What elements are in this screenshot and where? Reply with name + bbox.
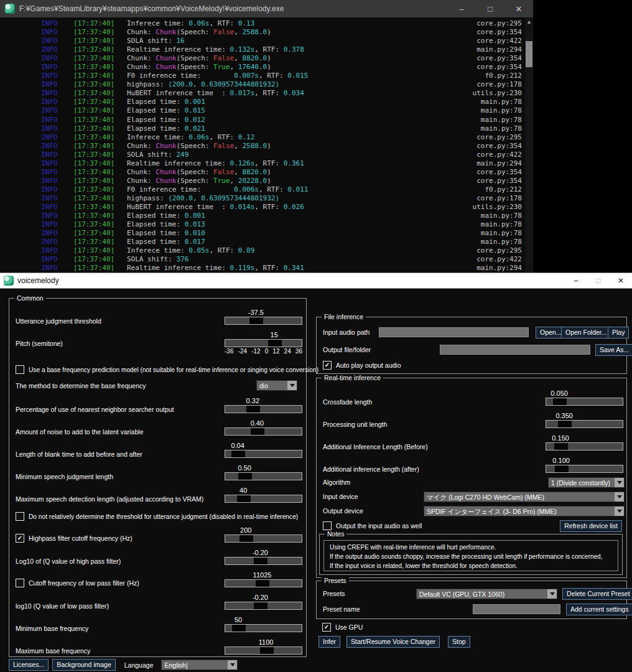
slider[interactable]: 50 <box>225 616 302 632</box>
use-gpu-checkbox[interactable]: ✓ <box>322 623 331 632</box>
slider-thumb[interactable] <box>231 450 245 457</box>
input-audio-path-field[interactable] <box>379 327 529 337</box>
checkbox[interactable] <box>16 512 24 521</box>
play-button[interactable]: Play <box>608 327 629 338</box>
slider[interactable]: 0.40 <box>225 419 302 436</box>
chevron-down-icon[interactable] <box>228 660 237 670</box>
slider-thumb[interactable] <box>553 398 567 405</box>
slider-track[interactable] <box>225 427 302 436</box>
output-device-dropdown[interactable]: SPDIF インターフェイス (3- D6 Pro) (MME) <box>424 506 625 516</box>
console-scrollbar[interactable]: ▲ <box>525 17 533 273</box>
slider-thumb[interactable] <box>555 465 569 472</box>
chevron-down-icon[interactable] <box>287 381 297 390</box>
slider-thumb[interactable] <box>232 625 246 632</box>
slider-thumb[interactable] <box>260 647 274 654</box>
checkbox[interactable]: ✓ <box>16 534 24 543</box>
slider-thumb[interactable] <box>249 317 263 324</box>
start-resume-voice-changer-button[interactable]: Start/Resume Voice Changer <box>346 636 440 648</box>
slider[interactable]: 0.04 <box>225 442 302 458</box>
slider[interactable]: -37.5 <box>225 309 302 325</box>
maximize-button[interactable]: □ <box>476 0 504 17</box>
scroll-up-icon[interactable]: ▲ <box>525 17 533 26</box>
slider-track[interactable] <box>225 339 302 347</box>
slider[interactable]: 1100 <box>225 638 302 655</box>
slider[interactable]: 0.050 <box>546 390 623 406</box>
slider-thumb[interactable] <box>251 428 264 435</box>
preset-value: Default VC (GPU, GTX 1060) <box>417 589 547 599</box>
slider[interactable]: 0.100 <box>546 457 623 473</box>
slider-track[interactable] <box>546 398 623 406</box>
maximize-button[interactable]: □ <box>587 273 610 288</box>
infer-button[interactable]: Infer <box>318 636 340 648</box>
slider[interactable]: 0.32 <box>225 397 302 413</box>
slider[interactable]: 200 <box>225 526 302 543</box>
slider-track[interactable] <box>225 602 302 610</box>
input-device-dropdown[interactable]: マイク (Logi C270 HD WebCam) (MME) <box>424 492 625 502</box>
slider-track[interactable] <box>225 624 302 632</box>
slider-thumb[interactable] <box>246 406 260 413</box>
log-segment: , RTF: <box>259 185 287 194</box>
base-frequency-method-dropdown[interactable]: dio <box>256 380 297 391</box>
open-folder-button[interactable]: Open Folder... <box>561 327 611 338</box>
output-file-folder-field[interactable] <box>440 345 590 355</box>
slider[interactable]: 0.150 <box>546 434 623 450</box>
delete-current-preset-button[interactable]: Delete Current Preset <box>562 588 632 600</box>
chevron-down-icon[interactable] <box>615 492 624 502</box>
slider-track[interactable] <box>225 646 302 655</box>
slider-track[interactable] <box>225 405 302 413</box>
log-source-ref: core.py:354 <box>476 177 525 185</box>
slider-track[interactable] <box>546 420 623 428</box>
minimize-button[interactable]: – <box>565 273 587 288</box>
mirror-input-checkbox[interactable] <box>323 521 332 530</box>
log-segment: Chunk: <box>127 63 156 71</box>
slider-track[interactable] <box>225 450 302 458</box>
slider-track[interactable] <box>225 472 302 480</box>
slider[interactable]: 40 <box>225 487 302 503</box>
slider-track[interactable] <box>225 579 302 587</box>
log-segment: True <box>213 177 230 185</box>
algorithm-dropdown[interactable]: 1 (Divide constantly) <box>548 477 625 488</box>
minimize-button[interactable]: – <box>447 0 476 17</box>
slider-thumb[interactable] <box>256 580 269 587</box>
slider-track[interactable] <box>546 465 623 473</box>
slider-thumb[interactable] <box>254 558 267 564</box>
slider-track[interactable] <box>546 442 623 450</box>
slider-track[interactable] <box>225 557 302 565</box>
add-current-settings-button[interactable]: Add current settings <box>566 604 632 615</box>
refresh-device-list-button[interactable]: Refresh device list <box>560 520 622 532</box>
licenses-button[interactable]: Licenses... <box>9 659 49 671</box>
background-image-button[interactable]: Background image <box>52 659 116 671</box>
scrollbar-thumb[interactable] <box>526 41 532 67</box>
chevron-down-icon[interactable] <box>615 506 624 516</box>
slider-track[interactable] <box>225 495 302 503</box>
language-dropdown[interactable]: English <box>161 660 238 670</box>
slider[interactable]: -0.20 <box>225 594 302 610</box>
slider[interactable]: -0.20 <box>225 549 302 565</box>
checkbox[interactable] <box>16 365 24 374</box>
slider-thumb[interactable] <box>254 602 267 609</box>
slider-thumb[interactable] <box>558 421 572 427</box>
slider[interactable]: 11025 <box>225 571 302 587</box>
slider[interactable]: 15-36-24-120122436 <box>225 331 302 355</box>
slider[interactable]: 0.350 <box>546 412 623 428</box>
presets-dropdown[interactable]: Default VC (GPU, GTX 1060) <box>416 589 557 599</box>
save-as-button[interactable]: Save As... <box>595 344 632 356</box>
slider[interactable]: 0.50 <box>225 464 302 480</box>
slider-thumb[interactable] <box>239 535 253 542</box>
chevron-down-icon[interactable] <box>615 478 624 487</box>
log-message: SOLA shift: 16 <box>127 37 476 45</box>
checkbox[interactable] <box>16 579 24 587</box>
close-button[interactable]: ✕ <box>504 0 533 17</box>
close-button[interactable]: ✕ <box>610 273 632 288</box>
close-icon: ✕ <box>618 276 624 285</box>
auto-play-checkbox[interactable]: ✓ <box>323 361 332 370</box>
slider-track[interactable] <box>225 317 302 325</box>
preset-name-field[interactable] <box>473 604 560 614</box>
chevron-down-icon[interactable] <box>547 589 557 599</box>
slider-thumb[interactable] <box>238 473 252 480</box>
slider-thumb[interactable] <box>268 340 282 347</box>
slider-track[interactable] <box>225 534 302 543</box>
slider-thumb[interactable] <box>237 495 251 502</box>
stop-button[interactable]: Stop <box>448 636 470 648</box>
slider-thumb[interactable] <box>554 443 568 450</box>
